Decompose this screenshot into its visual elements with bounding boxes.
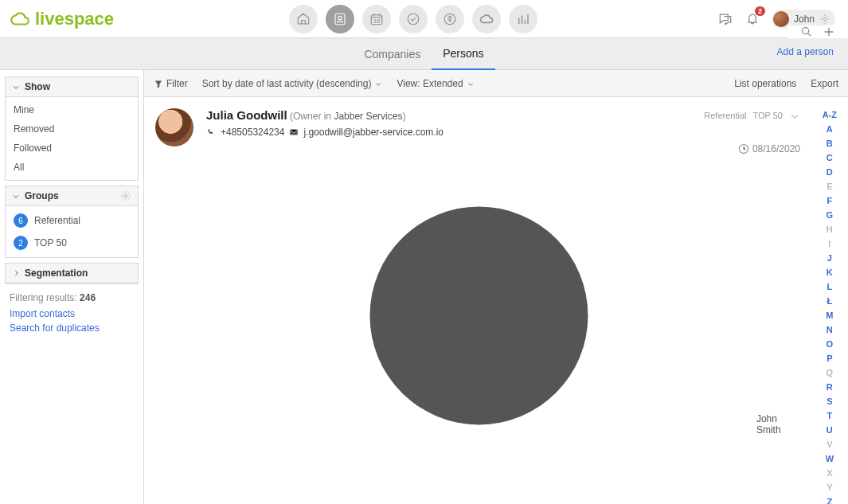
- nav-cloud[interactable]: [472, 5, 501, 33]
- panel-segmentation-header[interactable]: Segmentation: [6, 264, 138, 283]
- search-button[interactable]: [800, 25, 813, 38]
- nav-home[interactable]: [289, 5, 318, 33]
- avatar: [155, 108, 193, 147]
- person-row[interactable]: Julia Goodwill (Owner in Jabber Services…: [144, 97, 848, 504]
- alpha-letter[interactable]: L: [827, 282, 832, 291]
- user-name: John: [794, 14, 815, 25]
- alpha-letter: E: [827, 182, 832, 191]
- record-owner: John Smith: [756, 413, 800, 436]
- list-operations-button[interactable]: List operations: [734, 78, 796, 89]
- show-item[interactable]: Mine: [6, 100, 138, 119]
- chevron-down-icon: [12, 192, 20, 200]
- alpha-letter[interactable]: D: [827, 167, 833, 177]
- chevron-down-icon[interactable]: [789, 110, 800, 121]
- panel-show-header[interactable]: Show: [6, 77, 138, 97]
- alpha-all[interactable]: A-Z: [823, 110, 837, 119]
- alpha-letter[interactable]: T: [827, 411, 832, 420]
- alpha-letter[interactable]: W: [826, 454, 834, 463]
- gear-icon[interactable]: [120, 190, 131, 201]
- chart-icon: [516, 12, 530, 26]
- alpha-letter[interactable]: P: [827, 354, 832, 363]
- alpha-letter: Q: [827, 368, 834, 377]
- alpha-letter: H: [827, 225, 833, 234]
- nav-tasks[interactable]: [399, 5, 428, 33]
- notifications-button[interactable]: 2: [744, 11, 760, 27]
- group-count: 6: [14, 213, 28, 228]
- panel-segmentation-title: Segmentation: [25, 268, 88, 279]
- list-toolbar: Filter Sort by date of last activity (de…: [144, 70, 848, 97]
- add-button[interactable]: [823, 25, 835, 38]
- alpha-letter[interactable]: K: [827, 268, 833, 277]
- alpha-letter[interactable]: B: [827, 139, 833, 148]
- nav-contacts[interactable]: [326, 5, 354, 33]
- alpha-letter[interactable]: O: [827, 339, 834, 349]
- filter-icon: [154, 79, 163, 88]
- panel-groups: Groups 6Referential2TOP 50: [5, 186, 139, 258]
- user-icon: [206, 152, 752, 504]
- tab-companies[interactable]: Companies: [353, 38, 432, 70]
- search-duplicates-link[interactable]: Search for duplicates: [5, 321, 139, 335]
- tab-persons[interactable]: Persons: [432, 38, 494, 70]
- alpha-letter[interactable]: R: [827, 382, 833, 392]
- alpha-index: A-ZABCDEFGHIJKLŁMNOPQRSTUVWXYZ: [823, 110, 837, 504]
- panel-show-title: Show: [25, 81, 50, 92]
- tag: TOP 50: [752, 111, 783, 120]
- mail-icon: [289, 127, 299, 137]
- sidebar: Show MineRemovedFollowedAll Groups 6Refe…: [0, 70, 143, 504]
- import-contacts-link[interactable]: Import contacts: [5, 307, 139, 321]
- group-item[interactable]: 6Referential: [6, 209, 138, 232]
- nav-reports[interactable]: [509, 5, 537, 33]
- nav-calendar[interactable]: 18: [362, 5, 391, 33]
- alpha-letter: I: [828, 239, 830, 248]
- person-role: (Owner in Jabber Services): [290, 111, 405, 122]
- avatar: [773, 11, 789, 27]
- filter-button[interactable]: Filter: [154, 78, 188, 89]
- group-label: Referential: [34, 215, 80, 226]
- chevron-down-icon: [467, 80, 475, 88]
- row-date: 08/16/2020: [738, 143, 800, 154]
- group-item[interactable]: 2TOP 50: [6, 232, 138, 254]
- home-icon: [296, 12, 311, 26]
- notification-badge: 2: [755, 6, 765, 16]
- alpha-letter[interactable]: Ł: [827, 296, 832, 306]
- group-count: 2: [14, 236, 28, 250]
- add-person-link[interactable]: Add a person: [777, 46, 834, 57]
- alpha-letter[interactable]: U: [827, 425, 833, 435]
- row-tags: ReferentialTOP 50: [704, 110, 800, 121]
- alpha-letter[interactable]: N: [827, 325, 833, 334]
- show-item[interactable]: Removed: [6, 119, 138, 139]
- chat-button[interactable]: [717, 11, 733, 27]
- alpha-letter[interactable]: G: [827, 210, 834, 220]
- primary-nav: 18: [289, 5, 537, 33]
- phone-icon: [206, 127, 216, 137]
- show-item[interactable]: All: [6, 158, 138, 177]
- show-item[interactable]: Followed: [6, 139, 138, 158]
- sort-dropdown[interactable]: Sort by date of last activity (descendin…: [202, 78, 383, 89]
- group-label: TOP 50: [34, 237, 67, 248]
- alpha-letter[interactable]: C: [827, 153, 833, 162]
- panel-segmentation: Segmentation: [5, 263, 139, 284]
- clock-icon: [738, 143, 749, 154]
- brand-text: livespace: [35, 9, 114, 29]
- contacts-tabs: Companies Persons Add a person: [0, 38, 848, 70]
- person-phone[interactable]: +48505324234: [221, 127, 284, 138]
- alpha-letter[interactable]: J: [827, 253, 832, 263]
- alpha-letter[interactable]: M: [826, 311, 833, 320]
- person-name[interactable]: Julia Goodwill: [206, 108, 287, 122]
- logo[interactable]: livespace: [10, 9, 114, 29]
- panel-groups-header[interactable]: Groups: [6, 186, 138, 206]
- money-icon: [443, 12, 457, 26]
- alpha-letter[interactable]: F: [827, 196, 832, 205]
- alpha-letter[interactable]: Z: [827, 497, 832, 504]
- alpha-letter[interactable]: A: [827, 124, 833, 134]
- company-link[interactable]: Jabber Services: [334, 111, 402, 122]
- top-bar: livespace 18 2 John: [0, 0, 848, 38]
- view-dropdown[interactable]: View: Extended: [397, 78, 474, 89]
- nav-deals[interactable]: [436, 5, 464, 33]
- persons-list: Julia Goodwill (Owner in Jabber Services…: [144, 97, 848, 504]
- alpha-letter[interactable]: S: [827, 397, 832, 406]
- gear-icon: [819, 14, 830, 25]
- person-email[interactable]: j.goodwill@jabber-service.com.io: [303, 127, 444, 138]
- check-icon: [406, 12, 420, 26]
- export-button[interactable]: Export: [811, 78, 838, 89]
